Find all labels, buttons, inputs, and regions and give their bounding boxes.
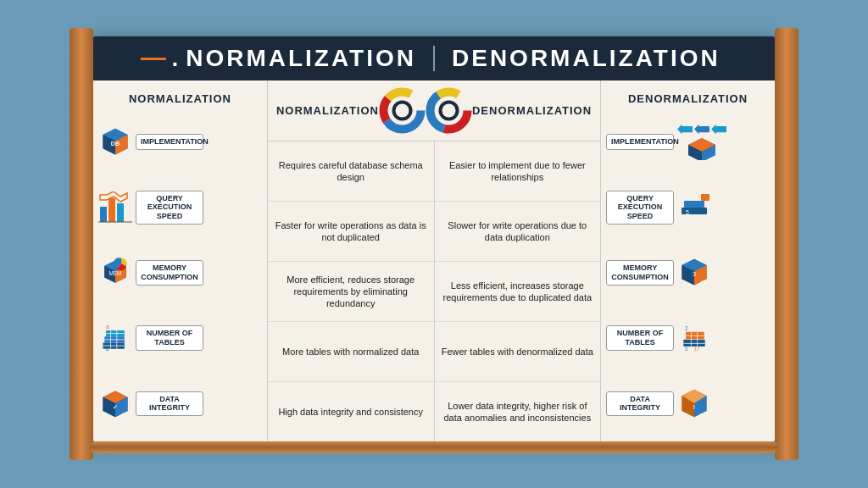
label-query-left: QUERY EXECUTION SPEED <box>136 191 203 225</box>
svg-text:7: 7 <box>683 413 686 419</box>
compare-row-1: Requires careful database schema design … <box>268 141 600 202</box>
iso-integrity-icon-left: ✓ 2 4 <box>98 386 132 420</box>
banner: . NORMALIZATION DENORMALIZATION NORMALIZ… <box>93 36 775 441</box>
label-tables-right: NUMBER OF TABLES <box>606 325 674 351</box>
label-integrity-left: DATA INTEGRITY <box>136 391 203 417</box>
scene: . NORMALIZATION DENORMALIZATION NORMALIZ… <box>70 19 798 469</box>
cell-norm-4: More tables with normalized data <box>268 322 435 381</box>
svg-text:✓: ✓ <box>113 404 118 412</box>
svg-rect-7 <box>117 203 124 222</box>
right-row-4: NUMBER OF TABLES 2 3 17 <box>606 308 770 369</box>
compare-row-2: Faster for write operations as data is n… <box>268 202 600 262</box>
svg-rect-48 <box>684 201 704 208</box>
compare-row-4: More tables with normalized data Fewer t… <box>268 322 600 382</box>
svg-text:17: 17 <box>694 347 699 352</box>
pole-left <box>70 28 93 460</box>
center-denorm-label: DENORMALIZATION <box>472 104 592 117</box>
cell-denorm-1: Easier to implement due to fewer relatio… <box>435 141 601 201</box>
center-norm-label: NORMALIZATION <box>276 104 379 117</box>
label-integrity-right: DATA INTEGRITY <box>606 391 674 417</box>
svg-rect-58 <box>686 332 704 339</box>
panel-center: NORMALIZATION <box>268 80 600 441</box>
label-implementation-right: IMPLEMENTATION <box>606 134 674 150</box>
compare-row-3: More efficient, reduces storage requirem… <box>268 262 600 322</box>
left-row-3: MEM MEMORY CONSUMPTION <box>98 241 262 303</box>
svg-text:MEM: MEM <box>109 270 122 276</box>
cell-denorm-3: Less efficient, increases storage requir… <box>435 262 601 321</box>
iso-db-icon-1: DB <box>98 125 132 159</box>
cell-norm-3: More efficient, reduces storage requirem… <box>268 262 435 321</box>
orange-line-left <box>141 58 166 60</box>
iso-memory-icon-right: 3 4.8 <box>677 256 711 290</box>
left-row-5: ✓ 2 4 DATA INTEGRITY <box>98 373 262 435</box>
label-implementation-left: IMPLEMENTATION <box>136 134 203 150</box>
cell-norm-5: High data integrity and consistency <box>268 382 435 441</box>
svg-text:!: ! <box>693 404 695 412</box>
right-row-5: DATA INTEGRITY ! 7 17 <box>606 373 770 435</box>
svg-text:DB: DB <box>111 139 120 147</box>
rod-bottom <box>90 441 778 453</box>
right-row-3: MEMORY CONSUMPTION 3 4.8 <box>606 241 770 303</box>
title-norm-text: NORMALIZATION <box>186 45 416 72</box>
title-divider <box>433 46 435 71</box>
title-denorm-text: DENORMALIZATION <box>452 45 721 72</box>
svg-point-42 <box>442 104 455 118</box>
svg-text:17: 17 <box>699 413 704 419</box>
svg-text:a: a <box>106 324 109 330</box>
label-query-right: QUERY EXECUTION SPEED <box>606 191 674 225</box>
right-row-1: IMPLEMENTATION <box>606 111 770 173</box>
panel-right: DENORMALIZATION IMPLEMENTATION <box>600 80 775 441</box>
norm-header-label: NORMALIZATION <box>129 92 231 105</box>
iso-tables-icon-left: a 2 <box>98 321 132 355</box>
donut-chart-right <box>426 87 472 134</box>
iso-tables-icon-right: 2 3 17 <box>677 321 711 355</box>
right-row-2: QUERY EXECUTION SPEED 5 <box>606 176 770 238</box>
left-row-1: DB IMPLEMENTATION <box>98 111 262 173</box>
cell-denorm-2: Slower for write operations due to data … <box>435 202 601 261</box>
title-left: . NORMALIZATION <box>110 45 416 72</box>
panel-left: NORMALIZATION DB IMPLEMENTATION <box>93 80 268 441</box>
svg-rect-6 <box>108 198 115 222</box>
left-row-2: QUERY EXECUTION SPEED <box>98 176 262 238</box>
left-row-4: a 2 NUMBER OF TABLES <box>98 308 262 369</box>
svg-text:2: 2 <box>685 325 688 331</box>
cell-norm-1: Requires careful database schema design <box>268 141 435 201</box>
denorm-header-label: DENORMALIZATION <box>628 92 748 105</box>
main-content: NORMALIZATION DB IMPLEMENTATION <box>93 80 775 441</box>
svg-rect-5 <box>100 207 107 222</box>
compare-rows: Requires careful database schema design … <box>268 141 600 441</box>
svg-point-37 <box>395 104 409 118</box>
cell-denorm-4: Fewer tables with denormalized data <box>435 322 601 381</box>
iso-db-icon-right-1 <box>685 136 719 160</box>
label-memory-right: MEMORY CONSUMPTION <box>606 260 674 286</box>
svg-text:3: 3 <box>693 270 696 278</box>
label-memory-left: MEMORY CONSUMPTION <box>136 260 203 286</box>
iso-memory-icon-left: MEM <box>98 256 132 290</box>
title-norm: . <box>171 45 181 72</box>
label-tables-left: NUMBER OF TABLES <box>136 325 203 351</box>
svg-text:4: 4 <box>121 412 124 417</box>
bar-chart-icon-left <box>98 191 132 224</box>
title-bar: . NORMALIZATION DENORMALIZATION <box>93 36 775 80</box>
pole-right <box>775 28 798 460</box>
title-right: DENORMALIZATION <box>452 45 758 72</box>
iso-integrity-icon-right: ! 7 17 <box>677 386 711 420</box>
arrows-left-1 <box>677 125 726 135</box>
bar-chart-icon-right: 5 <box>677 191 711 225</box>
donut-chart-left <box>379 87 426 134</box>
cell-norm-2: Faster for write operations as data is n… <box>268 202 435 261</box>
center-top: NORMALIZATION <box>268 80 600 141</box>
cell-denorm-5: Lower data integrity, higher risk of dat… <box>435 382 601 441</box>
svg-text:2: 2 <box>106 347 109 352</box>
svg-rect-49 <box>701 194 709 201</box>
svg-text:5: 5 <box>686 209 689 215</box>
compare-row-5: High data integrity and consistency Lowe… <box>268 382 600 441</box>
svg-text:2: 2 <box>104 412 107 417</box>
svg-text:3: 3 <box>685 347 687 352</box>
svg-text:4.8: 4.8 <box>700 280 707 285</box>
